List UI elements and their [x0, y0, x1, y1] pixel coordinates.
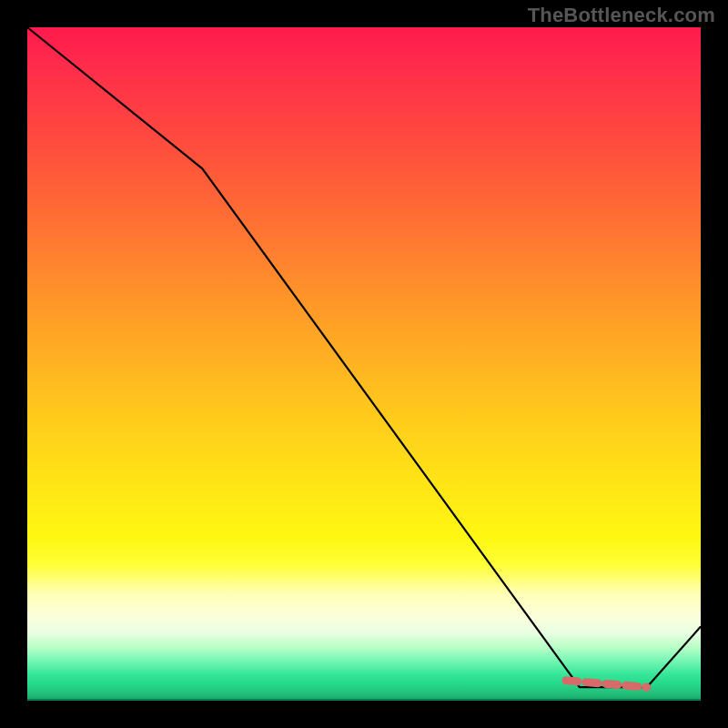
bottleneck-curve-line	[27, 27, 701, 687]
chart-frame: TheBottleneck.com	[0, 0, 728, 728]
watermark-text: TheBottleneck.com	[528, 4, 715, 27]
plot-area	[27, 27, 701, 701]
chart-svg	[27, 27, 701, 701]
